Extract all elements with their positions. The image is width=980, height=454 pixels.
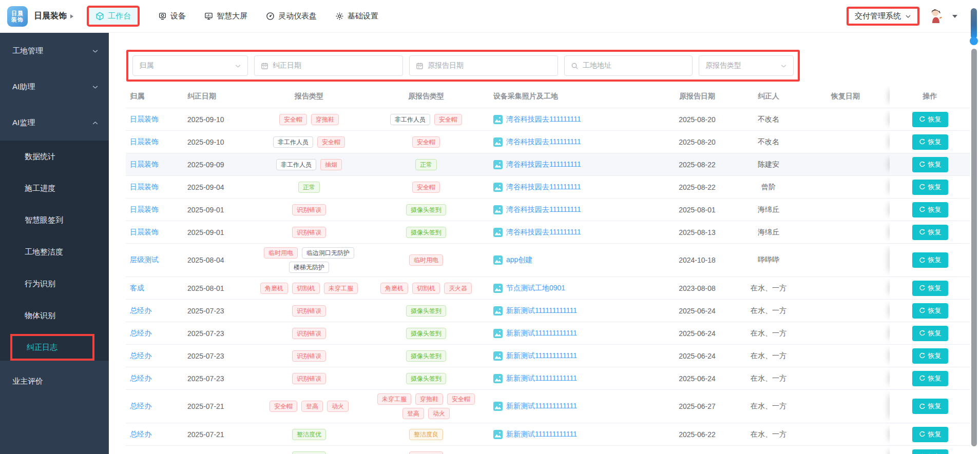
owner-link[interactable]: 总经办	[130, 402, 151, 411]
table-row: 日晨装饰 2025-09-10 非工作人员安全帽 安全帽 湾谷科技园去11111…	[126, 131, 970, 153]
restore-button[interactable]: 恢复	[912, 225, 948, 240]
restore-date-cell	[801, 322, 890, 344]
restore-date-cell	[801, 131, 890, 153]
site-photo-link[interactable]: 湾谷科技园去111111111	[493, 183, 581, 192]
site-address-search-input[interactable]: 工地地址	[564, 55, 693, 76]
restore-button[interactable]: 恢复	[912, 281, 948, 296]
type-tag: 灭火器	[444, 283, 472, 294]
orig-report-date-filter[interactable]: 原报告日期	[409, 55, 558, 76]
sidebar-item-site-tidiness[interactable]: 工地整洁度	[0, 236, 109, 268]
nav-item-big-screen[interactable]: 智慧大屏	[204, 11, 247, 21]
app-logo[interactable]: 日晨 装饰	[7, 6, 28, 27]
restore-button[interactable]: 恢复	[912, 157, 948, 172]
site-photo-link[interactable]: 湾谷科技园去111111111	[493, 228, 581, 237]
search-icon	[571, 62, 579, 70]
fix-date-filter[interactable]: 纠正日期	[254, 55, 403, 76]
avatar-caret-icon[interactable]	[952, 15, 957, 18]
site-photo-link[interactable]: 节点测试工地0901	[493, 284, 565, 293]
system-select[interactable]: 交付管理系统	[847, 7, 919, 26]
orig-report-type-select[interactable]: 原报告类型	[699, 55, 794, 76]
restore-button[interactable]: 恢复	[912, 134, 948, 150]
owner-link[interactable]: 客成	[130, 284, 144, 293]
owner-link[interactable]: 总经办	[130, 374, 151, 383]
site-photo-link[interactable]: 新新测试111111111111	[493, 329, 577, 338]
restore-button[interactable]: 恢复	[912, 303, 948, 319]
nav-item-device[interactable]: 设备	[158, 11, 186, 21]
owner-link[interactable]: 总经办	[130, 306, 151, 315]
site-link-label: 湾谷科技园去111111111	[506, 115, 581, 124]
restore-button[interactable]: 恢复	[912, 252, 948, 268]
site-photo-link[interactable]: 湾谷科技园去111111111	[493, 205, 581, 214]
site-photo-link[interactable]: 新新测试111111111111	[493, 306, 577, 315]
company-switcher[interactable]: 日晨装饰	[34, 11, 73, 22]
site-photo-link[interactable]: 新新测试111111111111	[493, 402, 577, 411]
nav-item-label: 设备	[170, 11, 186, 21]
owner-link[interactable]: 总经办	[130, 430, 151, 439]
nav-item-workbench[interactable]: 工作台	[87, 6, 140, 27]
fixer-cell: 陈建安	[736, 153, 801, 175]
sidebar-item-site-management[interactable]: 工地管理	[0, 33, 109, 69]
filter-placeholder: 原报告类型	[705, 61, 776, 70]
sidebar-item-ai-supervision[interactable]: AI监理	[0, 105, 109, 141]
col-header-orig-report-date: 原报告日期	[659, 85, 736, 108]
refresh-icon	[919, 206, 926, 213]
sidebar-item-smart-eye-checkin[interactable]: 智慧眼签到	[0, 204, 109, 236]
col-header-site-photos: 设备采集照片及工地	[489, 85, 659, 108]
col-header-actions: 操作	[890, 85, 970, 108]
owner-link[interactable]: 日晨装饰	[130, 228, 159, 237]
restore-button[interactable]: 恢复	[912, 180, 948, 195]
restore-button[interactable]: 恢复	[912, 112, 948, 127]
site-photo-link[interactable]: app创建	[493, 255, 532, 265]
restore-button[interactable]: 恢复	[912, 427, 948, 442]
site-photo-link[interactable]: 湾谷科技园去111111111	[493, 115, 581, 124]
owner-filter-select[interactable]: 归属	[132, 55, 248, 76]
sidebar-item-owner-review[interactable]: 业主评价	[0, 363, 109, 399]
owner-link[interactable]: 日晨装饰	[130, 115, 159, 124]
sidebar-item-data-stats[interactable]: 数据统计	[0, 141, 109, 172]
owner-link[interactable]: 总经办	[130, 329, 151, 338]
owner-link[interactable]: 日晨装饰	[130, 160, 159, 169]
sidebar-item-construction-progress[interactable]: 施工进度	[0, 172, 109, 204]
restore-button[interactable]: 恢复	[912, 202, 948, 218]
restore-button[interactable]: 恢复	[912, 326, 948, 341]
type-tag: 临时用电	[264, 247, 298, 259]
owner-link[interactable]: 日晨装饰	[130, 205, 159, 214]
refresh-icon	[919, 184, 926, 190]
refresh-icon	[919, 431, 926, 438]
fix-date-cell: 2025-07-23	[183, 300, 255, 322]
restore-button[interactable]: 恢复	[912, 371, 948, 386]
scroll-pin-knob-icon[interactable]	[970, 37, 978, 45]
system-select-label: 交付管理系统	[855, 11, 901, 21]
chevron-down-icon	[92, 48, 99, 54]
restore-button[interactable]: 恢复	[912, 449, 948, 454]
owner-link[interactable]: 层级测试	[130, 255, 159, 265]
sidebar-item-behavior-recognition[interactable]: 行为识别	[0, 268, 109, 300]
nav-item-settings[interactable]: 基础设置	[335, 11, 378, 21]
orig-report-type-tags: 摄像头签到	[406, 223, 446, 242]
site-photo-link[interactable]: 湾谷科技园去111111111	[493, 160, 581, 169]
fixer-cell: 在水、一方	[736, 390, 801, 423]
table-row: 日晨装饰 2025-09-09 非工作人员抽烟 正常 湾谷科技园去1111111…	[126, 153, 970, 176]
fixer-cell	[736, 446, 801, 454]
photo-icon	[493, 115, 503, 124]
owner-link[interactable]: 总经办	[130, 351, 151, 361]
sidebar-item-ai-assistant[interactable]: AI助理	[0, 69, 109, 105]
restore-button[interactable]: 恢复	[912, 399, 948, 414]
vertical-scrollbar-thumb[interactable]	[971, 49, 977, 446]
fixer-cell: 在水、一方	[736, 367, 801, 389]
site-photo-link[interactable]: 新新测试111111111111	[493, 351, 577, 361]
site-photo-link[interactable]: 新新测试111111111111	[493, 430, 577, 439]
owner-link[interactable]: 日晨装饰	[130, 137, 159, 147]
scroll-pin[interactable]	[971, 8, 977, 39]
site-photo-link[interactable]: 湾谷科技园去111111111	[493, 137, 581, 147]
fix-date-cell: 2025-09-01	[183, 221, 255, 243]
orig-report-type-tags: 安全帽	[412, 133, 440, 151]
avatar[interactable]	[927, 7, 945, 26]
sidebar-item-correction-log[interactable]: 纠正日志	[10, 334, 94, 361]
type-tag: 穿拖鞋	[311, 114, 339, 125]
owner-link[interactable]: 日晨装饰	[130, 183, 159, 192]
sidebar-item-object-recognition[interactable]: 物体识别	[0, 300, 109, 331]
site-photo-link[interactable]: 新新测试111111111111	[493, 374, 577, 383]
nav-item-dashboard[interactable]: 灵动仪表盘	[266, 11, 317, 21]
restore-button[interactable]: 恢复	[912, 348, 948, 364]
